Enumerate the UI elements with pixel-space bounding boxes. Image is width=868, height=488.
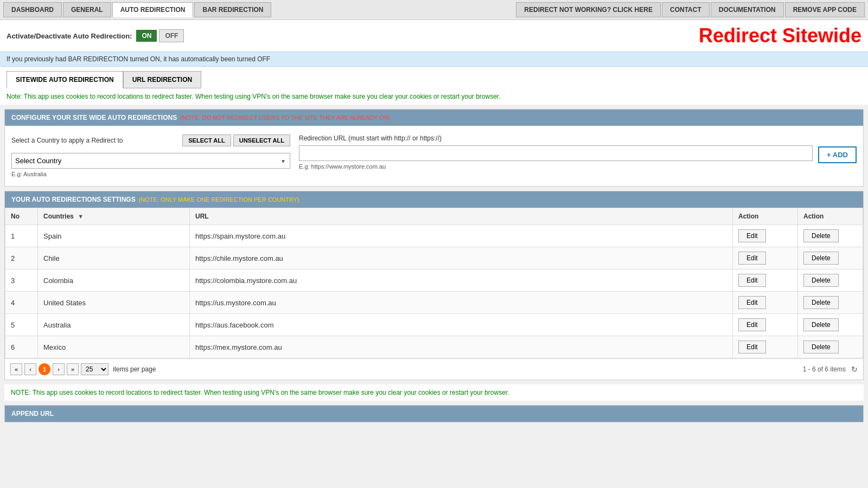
nav-remove-app-code[interactable]: REMOVE APP CODE bbox=[785, 2, 865, 17]
cell-delete: Delete bbox=[798, 336, 863, 358]
nav-auto-redirection[interactable]: AUTO REDIRECTION bbox=[112, 2, 194, 17]
nav-general[interactable]: GENERAL bbox=[63, 2, 111, 17]
prev-page-btn[interactable]: ‹ bbox=[24, 363, 36, 375]
cell-delete: Delete bbox=[798, 314, 863, 336]
cell-no: 1 bbox=[5, 225, 38, 247]
off-button[interactable]: OFF bbox=[159, 29, 184, 42]
url-label: Redirection URL (must start with http://… bbox=[299, 134, 813, 142]
col-action-1: Action bbox=[733, 208, 798, 225]
filter-icon[interactable]: ▼ bbox=[78, 213, 84, 220]
add-button-wrap: + ADD bbox=[818, 146, 857, 163]
edit-button[interactable]: Edit bbox=[738, 252, 766, 265]
cell-delete: Delete bbox=[798, 225, 863, 247]
delete-button[interactable]: Delete bbox=[803, 229, 839, 242]
eg-country: E.g: Australia bbox=[11, 171, 290, 177]
cell-country: Chile bbox=[38, 247, 190, 269]
delete-button[interactable]: Delete bbox=[803, 341, 839, 354]
tab-url-redirection[interactable]: URL REDIRECTION bbox=[123, 71, 201, 88]
cell-url: https://us.mystore.com.au bbox=[190, 292, 733, 314]
configure-header: CONFIGURE YOUR SITE WIDE AUTO REDIRECTIO… bbox=[5, 110, 863, 126]
delete-button[interactable]: Delete bbox=[803, 274, 839, 287]
cell-no: 2 bbox=[5, 247, 38, 269]
page-1-btn[interactable]: 1 bbox=[39, 363, 50, 375]
nav-dashboard[interactable]: DASHBOARD bbox=[3, 2, 62, 17]
select-all-row: SELECT ALL UNSELECT ALL bbox=[182, 134, 290, 146]
url-col: Redirection URL (must start with http://… bbox=[299, 134, 857, 170]
table-row: 3 Colombia https://colombia.mystore.com.… bbox=[5, 269, 863, 292]
url-input-wrap: Redirection URL (must start with http://… bbox=[299, 134, 813, 170]
table-row: 6 Mexico https://mex.mystore.com.au Edit… bbox=[5, 336, 863, 358]
nav-contact[interactable]: CONTACT bbox=[662, 2, 710, 17]
table-header-row: No Countries ▼ URL Action Action bbox=[5, 208, 863, 225]
per-page-select[interactable]: 25 50 100 bbox=[81, 363, 108, 375]
configure-section: CONFIGURE YOUR SITE WIDE AUTO REDIRECTIO… bbox=[4, 109, 864, 187]
edit-button[interactable]: Edit bbox=[738, 296, 766, 309]
cell-no: 4 bbox=[5, 292, 38, 314]
next-page-btn[interactable]: › bbox=[53, 363, 65, 375]
table-row: 2 Chile https://chile.mystore.com.au Edi… bbox=[5, 247, 863, 269]
cell-url: https://chile.mystore.com.au bbox=[190, 247, 733, 269]
table-row: 5 Australia https://aus.facebook.com Edi… bbox=[5, 314, 863, 336]
col-action-2: Action bbox=[798, 208, 863, 225]
edit-button[interactable]: Edit bbox=[738, 229, 766, 242]
cell-no: 5 bbox=[5, 314, 38, 336]
table-row: 4 United States https://us.mystore.com.a… bbox=[5, 292, 863, 314]
cell-edit: Edit bbox=[733, 314, 798, 336]
edit-button[interactable]: Edit bbox=[738, 341, 766, 354]
country-select-wrap: Select Country bbox=[11, 153, 290, 169]
edit-button[interactable]: Edit bbox=[738, 318, 766, 331]
country-select[interactable]: Select Country bbox=[11, 153, 290, 169]
col-url: URL bbox=[190, 208, 733, 225]
header-area: Activate/Deactivate Auto Redirection: ON… bbox=[0, 20, 868, 52]
info-bar: If you previously had BAR REDIRECTION tu… bbox=[0, 52, 868, 67]
nav-documentation[interactable]: DOCUMENTATION bbox=[711, 2, 784, 17]
on-button[interactable]: ON bbox=[136, 30, 157, 42]
col-no: No bbox=[5, 208, 38, 225]
redirect-sitewide-title: Redirect Sitewide bbox=[699, 24, 861, 47]
cell-delete: Delete bbox=[798, 269, 863, 292]
cell-edit: Edit bbox=[733, 269, 798, 292]
country-label: Select a Country to apply a Redirect to bbox=[11, 137, 123, 144]
append-section: APPEND URL bbox=[4, 405, 864, 422]
redirections-header: YOUR AUTO REDIRECTIONS SETTINGS (NOTE: O… bbox=[5, 191, 863, 208]
configure-title: CONFIGURE YOUR SITE WIDE AUTO REDIRECTIO… bbox=[11, 114, 177, 121]
col-countries: Countries ▼ bbox=[38, 208, 190, 225]
add-button[interactable]: + ADD bbox=[818, 146, 857, 163]
table-row: 1 Spain https://spain.mystore.com.au Edi… bbox=[5, 225, 863, 247]
cell-edit: Edit bbox=[733, 225, 798, 247]
cell-no: 6 bbox=[5, 336, 38, 358]
cell-no: 3 bbox=[5, 269, 38, 292]
cell-edit: Edit bbox=[733, 247, 798, 269]
edit-button[interactable]: Edit bbox=[738, 274, 766, 287]
pagination-row: « ‹ 1 › » 25 50 100 items per page 1 - 6… bbox=[5, 358, 863, 380]
last-page-btn[interactable]: » bbox=[67, 363, 79, 375]
activate-label: Activate/Deactivate Auto Redirection: bbox=[7, 32, 132, 40]
delete-button[interactable]: Delete bbox=[803, 252, 839, 265]
tab-sitewide[interactable]: SITEWIDE AUTO REDIRECTION bbox=[7, 71, 123, 88]
select-all-button[interactable]: SELECT ALL bbox=[182, 134, 231, 146]
cell-url: https://mex.mystore.com.au bbox=[190, 336, 733, 358]
url-input[interactable] bbox=[299, 145, 813, 161]
configure-content: Select a Country to apply a Redirect to … bbox=[5, 126, 863, 186]
per-page-label: items per page bbox=[113, 365, 156, 373]
cell-url: https://spain.mystore.com.au bbox=[190, 225, 733, 247]
redirections-section: YOUR AUTO REDIRECTIONS SETTINGS (NOTE: O… bbox=[4, 191, 864, 380]
unselect-all-button[interactable]: UNSELECT ALL bbox=[233, 134, 290, 146]
first-page-btn[interactable]: « bbox=[10, 363, 22, 375]
note-top: Note: This app uses cookies to record lo… bbox=[0, 88, 868, 105]
cell-delete: Delete bbox=[798, 292, 863, 314]
refresh-icon[interactable]: ↻ bbox=[851, 365, 858, 374]
redirections-table: No Countries ▼ URL Action Action 1 Spain… bbox=[5, 208, 863, 358]
tab-row: SITEWIDE AUTO REDIRECTION URL REDIRECTIO… bbox=[0, 67, 868, 88]
append-header: APPEND URL bbox=[5, 406, 863, 422]
cell-url: https://aus.facebook.com bbox=[190, 314, 733, 336]
nav-bar-redirection[interactable]: BAR REDIRECTION bbox=[194, 2, 271, 17]
cell-edit: Edit bbox=[733, 336, 798, 358]
page-info: 1 - 6 of 6 items bbox=[803, 365, 846, 373]
nav-redirect-not-working[interactable]: REDIRECT NOT WORKING? CLICK HERE bbox=[516, 2, 661, 17]
country-col: Select a Country to apply a Redirect to … bbox=[11, 134, 290, 177]
cell-country: Mexico bbox=[38, 336, 190, 358]
delete-button[interactable]: Delete bbox=[803, 296, 839, 309]
top-navigation: DASHBOARD GENERAL AUTO REDIRECTION BAR R… bbox=[0, 0, 868, 20]
delete-button[interactable]: Delete bbox=[803, 318, 839, 331]
